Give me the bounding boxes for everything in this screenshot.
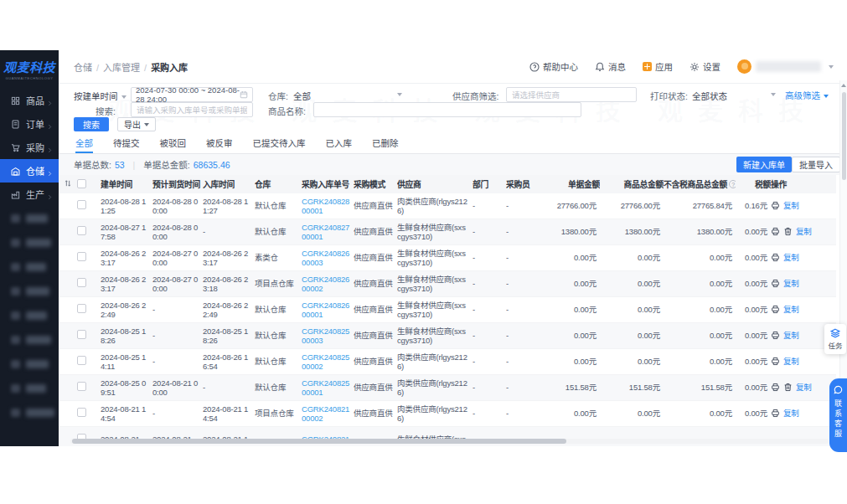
row-select-cell <box>77 330 101 341</box>
copy-link[interactable]: 复制 <box>796 227 812 236</box>
tab-全部[interactable]: 全部 <box>75 134 93 153</box>
breadcrumb-item[interactable]: 仓储 <box>74 63 92 73</box>
row-checkbox[interactable] <box>77 382 86 391</box>
sidebar-item-blurred[interactable] <box>0 400 59 424</box>
print-icon[interactable] <box>771 409 780 418</box>
order-no-link[interactable]: CGRK24082600003 <box>302 249 349 267</box>
print-icon[interactable] <box>771 279 780 288</box>
sidebar-item-blurred[interactable] <box>0 279 59 303</box>
sidebar-item-blurred[interactable] <box>0 376 59 400</box>
sidebar-item-blurred[interactable] <box>0 230 59 255</box>
sidebar-item-blurred[interactable] <box>0 303 59 327</box>
sidebar-item-blurred[interactable] <box>0 206 59 230</box>
row-checkbox[interactable] <box>77 226 86 235</box>
copy-link[interactable]: 复制 <box>783 409 799 418</box>
print-status-select[interactable]: 全部状态 <box>692 90 776 102</box>
row-checkbox[interactable] <box>77 330 86 339</box>
sidebar-item-商品[interactable]: 商品 <box>0 89 59 112</box>
order-no-link[interactable]: CGRK24082600002 <box>302 275 349 293</box>
delete-icon[interactable] <box>783 383 793 392</box>
breadcrumb-item[interactable]: 入库管理 <box>103 63 140 73</box>
order-no-link[interactable]: CGRK24082700001 <box>302 223 349 241</box>
order-no-link[interactable]: CGRK24082100002 <box>302 404 349 423</box>
copy-link[interactable]: 复制 <box>783 279 799 288</box>
search-button[interactable]: 搜索 <box>74 117 109 131</box>
time-type-select[interactable]: 按建单时间 <box>74 90 127 102</box>
tab-已提交待入库[interactable]: 已提交待入库 <box>253 134 306 153</box>
copy-link[interactable]: 复制 <box>783 331 799 340</box>
print-icon[interactable] <box>771 357 780 366</box>
cell-stocked: 2024-08-26 23:17 <box>203 249 255 268</box>
column-sort-icon[interactable] <box>64 179 77 189</box>
row-checkbox[interactable] <box>77 252 86 261</box>
print-status-label: 打印状态: <box>650 90 688 102</box>
date-range-input[interactable]: 2024-07-30 00:00 ~ 2024-08-28 24:00 <box>131 87 253 102</box>
copy-link[interactable]: 复制 <box>783 357 799 366</box>
tab-已入库[interactable]: 已入库 <box>326 134 353 153</box>
apps-button[interactable]: 应用 <box>643 60 673 73</box>
create-stockin-button[interactable]: 新建入库单 <box>736 157 792 172</box>
copy-link[interactable]: 复制 <box>783 201 799 210</box>
print-icon[interactable] <box>771 383 780 392</box>
tab-待提交[interactable]: 待提交 <box>113 134 140 153</box>
cell-tax: 0.00元 <box>736 279 771 288</box>
sidebar-item-生产[interactable]: 生产 <box>0 183 59 206</box>
col-order-no: 采购入库单号 <box>302 178 354 190</box>
export-button[interactable]: 导出 <box>117 117 156 131</box>
messages-button[interactable]: 消息 <box>595 60 626 73</box>
user-menu[interactable] <box>737 59 834 74</box>
print-icon[interactable] <box>771 331 780 340</box>
row-checkbox[interactable] <box>77 356 86 365</box>
row-checkbox[interactable] <box>77 408 86 417</box>
print-icon[interactable] <box>771 253 780 262</box>
sidebar-item-blurred[interactable] <box>0 255 59 279</box>
sidebar-item-仓储[interactable]: 仓储 <box>0 159 59 183</box>
print-icon[interactable] <box>771 201 780 210</box>
row-checkbox[interactable] <box>77 304 86 313</box>
sidebar-item-blurred[interactable] <box>0 327 59 352</box>
warehouse-select[interactable]: 全部 <box>293 90 402 102</box>
order-no-link[interactable]: CGRK24082600001 <box>302 301 349 319</box>
scroll-up-arrow-icon[interactable] <box>841 84 846 87</box>
warehouse-icon <box>11 167 26 176</box>
task-widget[interactable]: 任务 <box>824 324 846 354</box>
help-center-button[interactable]: 帮助中心 <box>529 60 578 73</box>
row-checkbox[interactable] <box>77 278 86 287</box>
select-all-checkbox[interactable] <box>77 179 86 188</box>
copy-link[interactable]: 复制 <box>783 305 799 314</box>
cell-supplier: 生鲜食材供应商(sxscgys3710) <box>397 301 473 320</box>
order-no-link[interactable]: CGRK24082500003 <box>302 327 349 345</box>
horizontal-scrollbar[interactable] <box>70 439 829 444</box>
vertical-scrollbar-thumb[interactable] <box>842 92 846 180</box>
tab-已删除[interactable]: 已删除 <box>372 134 399 153</box>
tab-被驳回[interactable]: 被驳回 <box>160 134 187 153</box>
copy-link[interactable]: 复制 <box>783 253 799 262</box>
print-icon[interactable] <box>771 227 780 236</box>
search-input[interactable] <box>131 102 253 117</box>
order-no-link[interactable]: CGRK24082800001 <box>302 197 349 215</box>
chevron-right-icon <box>47 121 53 127</box>
delete-icon[interactable] <box>783 227 793 236</box>
supplier-filter-input[interactable] <box>506 87 637 102</box>
row-actions: 复制 <box>771 227 821 236</box>
settings-button[interactable]: 设置 <box>689 60 720 73</box>
order-no-link[interactable]: CGRK24082500002 <box>302 352 349 371</box>
sidebar-item-采购[interactable]: 采购 <box>0 136 59 159</box>
sidebar-item-订单[interactable]: 订单 <box>0 112 59 136</box>
row-checkbox[interactable] <box>77 200 86 209</box>
sidebar-item-blurred[interactable] <box>0 352 59 376</box>
print-icon[interactable] <box>771 305 780 314</box>
col-supplier: 供应商 <box>397 178 473 190</box>
cell-ops: 复制 <box>771 383 824 392</box>
tab-被反审[interactable]: 被反审 <box>206 134 233 153</box>
copy-link[interactable]: 复制 <box>796 383 812 392</box>
advanced-filter-link[interactable]: 高级筛选 <box>785 89 829 101</box>
order-no-link[interactable]: CGRK24082500001 <box>302 378 349 397</box>
row-actions: 复制 <box>771 331 821 340</box>
horizontal-scrollbar-thumb[interactable] <box>72 439 566 444</box>
contact-support-widget[interactable]: 联系客服 <box>829 378 847 452</box>
cell-dept: - <box>473 409 506 418</box>
help-question-icon[interactable]: ? <box>729 180 736 188</box>
product-name-input[interactable] <box>313 102 581 117</box>
batch-import-button[interactable]: 批量导入 <box>792 157 840 172</box>
